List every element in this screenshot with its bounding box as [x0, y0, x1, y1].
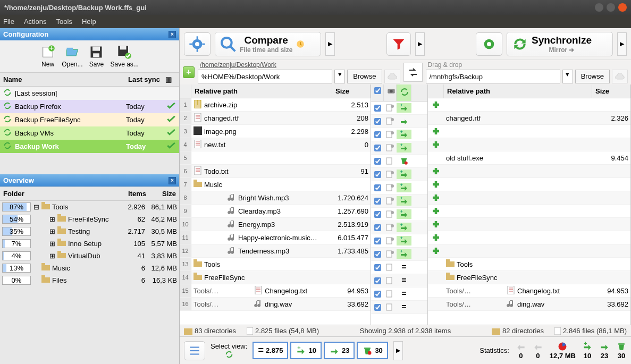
table-row[interactable]: 9Clearday.mp31.257.690: [180, 205, 371, 218]
table-row[interactable]: [428, 231, 630, 244]
table-row[interactable]: =: [371, 261, 427, 274]
config-item[interactable]: Backup FreeFileSyncToday: [0, 113, 179, 126]
table-row[interactable]: [371, 155, 427, 168]
action-icon[interactable]: +: [397, 209, 411, 219]
minimize-button[interactable]: [595, 3, 603, 12]
row-checkbox[interactable]: [374, 158, 381, 165]
row-checkbox[interactable]: [374, 145, 381, 151]
left-path-link[interactable]: /home/zenju/Desktop/Work: [198, 61, 400, 69]
columns-icon[interactable]: ▥: [165, 75, 176, 83]
expander[interactable]: ⊞: [49, 252, 55, 260]
table-row[interactable]: +: [371, 194, 427, 208]
overview-row[interactable]: 87%⊟Tools2.92686,1 MB: [0, 201, 179, 213]
action-icon[interactable]: +: [397, 249, 411, 259]
menu-actions[interactable]: Actions: [24, 18, 47, 26]
add-pair-button[interactable]: +: [183, 66, 195, 78]
row-checkbox[interactable]: [374, 264, 381, 271]
row-checkbox[interactable]: [374, 131, 381, 138]
overview-row[interactable]: 35%⊞Testing2.71730,5 MB: [0, 225, 179, 238]
table-row[interactable]: +: [371, 248, 427, 261]
config-item[interactable]: [Last session]: [0, 87, 179, 100]
view-more-arrow[interactable]: ▶: [393, 341, 403, 360]
action-icon[interactable]: [397, 116, 411, 126]
table-row[interactable]: Tools: [428, 258, 630, 271]
row-checkbox[interactable]: [374, 184, 381, 191]
action-icon[interactable]: +: [397, 130, 411, 139]
table-row[interactable]: [428, 178, 630, 191]
menu-help[interactable]: Help: [82, 18, 96, 26]
close-button[interactable]: [618, 3, 627, 12]
table-row[interactable]: 10Energy.mp32.513.919: [180, 218, 371, 231]
table-row[interactable]: 15Tools/…Changelog.txt94.953: [180, 284, 371, 298]
right-cloud-button[interactable]: [612, 70, 628, 83]
view-equal-button[interactable]: =2.875: [253, 342, 288, 359]
action-icon[interactable]: +: [397, 183, 411, 192]
row-checkbox[interactable]: [374, 118, 381, 125]
action-icon[interactable]: =: [397, 302, 411, 312]
view-update-button[interactable]: 23: [324, 342, 355, 359]
action-icon[interactable]: =: [397, 263, 411, 272]
table-row[interactable]: 1archive.zip2.513: [180, 98, 371, 112]
table-row[interactable]: 4new.txt0: [180, 138, 371, 151]
menu-file[interactable]: File: [3, 18, 14, 26]
overview-panel-close[interactable]: ×: [169, 177, 176, 184]
table-row[interactable]: [371, 115, 427, 128]
action-icon[interactable]: +: [397, 236, 411, 246]
overview-row[interactable]: 54%⊞FreeFileSync6246,2 MB: [0, 213, 179, 225]
table-row[interactable]: [428, 205, 630, 218]
table-row[interactable]: =: [371, 274, 427, 287]
row-checkbox[interactable]: [374, 105, 381, 112]
left-path-input[interactable]: [198, 70, 332, 83]
new-button[interactable]: + New: [38, 44, 57, 69]
action-icon[interactable]: +: [397, 223, 411, 232]
table-row[interactable]: 5: [180, 151, 371, 165]
expander[interactable]: ⊞: [49, 215, 55, 223]
synchronize-button[interactable]: SynchronizeMirror ➜: [507, 32, 613, 56]
table-row[interactable]: 12Tenderness.mp31.733.485: [180, 244, 371, 258]
table-row[interactable]: +: [371, 168, 427, 181]
table-row[interactable]: =: [371, 287, 427, 301]
open-button[interactable]: Open...: [60, 44, 85, 69]
row-checkbox[interactable]: [374, 291, 381, 298]
table-row[interactable]: +: [371, 141, 427, 155]
action-icon[interactable]: +: [397, 170, 411, 179]
table-row[interactable]: Tools/…ding.wav33.692: [428, 298, 630, 311]
action-icon[interactable]: +: [397, 143, 411, 153]
row-checkbox[interactable]: [374, 277, 381, 284]
save-button[interactable]: Save: [87, 44, 106, 69]
row-checkbox[interactable]: [374, 211, 381, 218]
left-path-dropdown[interactable]: ▾: [334, 70, 345, 83]
table-row[interactable]: 11Happy-electronic-music…6.015.477: [180, 231, 371, 244]
config-panel-close[interactable]: ×: [169, 31, 176, 38]
table-row[interactable]: +: [371, 221, 427, 234]
filter-menu-arrow[interactable]: ▶: [415, 32, 425, 56]
overview-row[interactable]: 13%Music612,6 MB: [0, 262, 179, 274]
table-row[interactable]: [428, 125, 630, 138]
sync-settings-button[interactable]: [476, 32, 502, 56]
right-path-input[interactable]: [426, 70, 560, 83]
view-delete-button[interactable]: 30: [357, 342, 388, 359]
table-row[interactable]: 14FreeFileSync: [180, 271, 371, 284]
table-row[interactable]: 13Tools: [180, 258, 371, 271]
compare-settings-button[interactable]: [184, 32, 211, 56]
table-row[interactable]: [428, 98, 630, 112]
row-checkbox[interactable]: [374, 171, 381, 178]
menu-tools[interactable]: Tools: [56, 18, 72, 26]
action-icon[interactable]: +: [397, 196, 411, 206]
table-row[interactable]: [428, 244, 630, 258]
filter-button[interactable]: [386, 32, 411, 56]
action-icon[interactable]: =: [397, 276, 411, 285]
expander[interactable]: ⊟: [33, 203, 39, 211]
config-item[interactable]: Backup FirefoxToday: [0, 100, 179, 113]
table-row[interactable]: [428, 218, 630, 231]
row-checkbox[interactable]: [374, 251, 381, 258]
row-checkbox[interactable]: [374, 304, 381, 311]
table-row[interactable]: FreeFileSync: [428, 271, 630, 284]
select-all-checkbox[interactable]: [374, 87, 381, 94]
table-row[interactable]: Tools/…Changelog.txt94.953: [428, 284, 630, 298]
row-checkbox[interactable]: [374, 224, 381, 231]
swap-button[interactable]: [403, 63, 423, 82]
expander[interactable]: ⊞: [49, 227, 55, 235]
overview-row[interactable]: 0%Files616,3 KB: [0, 274, 179, 286]
view-create-button[interactable]: +10: [290, 342, 321, 359]
